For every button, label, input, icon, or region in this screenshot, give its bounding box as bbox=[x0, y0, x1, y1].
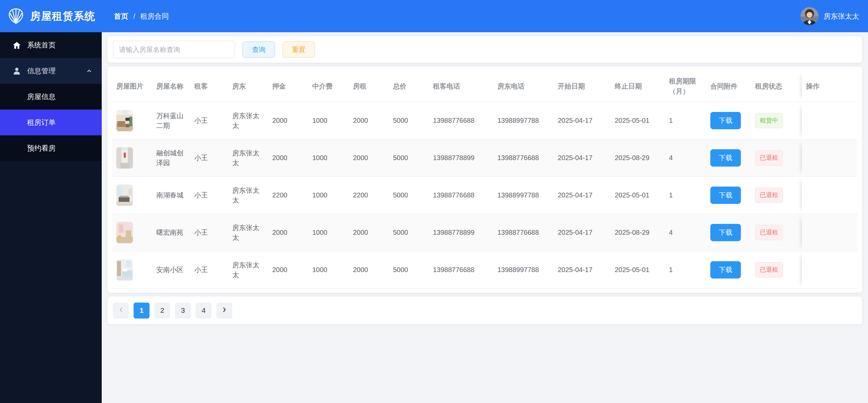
home-icon bbox=[12, 41, 21, 50]
table-row: 万科蓝山二期小王房东张太太200010002000500013988776688… bbox=[112, 102, 857, 139]
user-avatar-photo[interactable] bbox=[801, 7, 818, 25]
sidebar-item-label: 租房订单 bbox=[27, 118, 56, 127]
cell-rent: 2000 bbox=[349, 139, 389, 177]
cell-start-date: 2025-04-17 bbox=[554, 102, 611, 139]
house-photo[interactable] bbox=[116, 110, 133, 131]
cell-landlord-phone: 13988997788 bbox=[493, 102, 554, 139]
query-button[interactable]: 查询 bbox=[242, 41, 275, 58]
status-badge: 已退租 bbox=[755, 225, 783, 240]
orders-table-card: 房屋图片房屋名称租客房东押金中介费房租总价租客电话房东电话开始日期终止日期租房期… bbox=[107, 66, 862, 293]
cell-start-date: 2025-04-17 bbox=[554, 214, 611, 251]
table-row: 安南小区小王房东张太太20001000200050001398877668813… bbox=[112, 251, 857, 289]
cell-landlord-phone: 13988776688 bbox=[493, 139, 554, 177]
cell-term-months: 1 bbox=[665, 102, 706, 139]
pagination-prev-button[interactable] bbox=[113, 303, 129, 319]
breadcrumb-current: 租房合同 bbox=[140, 12, 169, 21]
pagination-page-3[interactable]: 3 bbox=[175, 303, 191, 319]
cell-name: 曙宏南苑 bbox=[152, 214, 190, 251]
cell-rent: 2200 bbox=[349, 177, 389, 214]
download-button[interactable]: 下载 bbox=[710, 261, 741, 279]
sidebar-item-viewing-appointments[interactable]: 预约看房 bbox=[0, 135, 102, 161]
cell-total: 5000 bbox=[389, 251, 429, 289]
download-button[interactable]: 下载 bbox=[710, 224, 741, 241]
status-badge: 已退租 bbox=[755, 262, 783, 277]
cell-agency-fee: 1000 bbox=[308, 251, 349, 289]
sidebar-item-rental-orders[interactable]: 租房订单 bbox=[0, 110, 102, 135]
sidebar: 系统首页信息管理房屋信息租房订单预约看房 bbox=[0, 32, 102, 403]
actions-cell bbox=[802, 177, 857, 214]
shell-logo-icon bbox=[7, 7, 25, 25]
cell-name: 南湖春城 bbox=[152, 177, 190, 214]
cell-deposit: 2000 bbox=[268, 102, 308, 139]
column-header: 房屋图片 bbox=[112, 71, 152, 102]
house-photo[interactable] bbox=[116, 259, 133, 281]
column-header: 租客 bbox=[190, 71, 228, 102]
download-button[interactable]: 下载 bbox=[710, 112, 741, 129]
house-photo[interactable] bbox=[116, 185, 133, 206]
status-badge: 租赁中 bbox=[755, 113, 783, 128]
column-header: 房屋名称 bbox=[152, 71, 190, 102]
status-badge: 已退租 bbox=[755, 150, 783, 165]
app-title: 房屋租赁系统 bbox=[30, 9, 95, 23]
sidebar-item-system-home[interactable]: 系统首页 bbox=[0, 32, 102, 58]
column-header: 租房期限（月） bbox=[665, 71, 706, 102]
pagination-page-2[interactable]: 2 bbox=[154, 303, 170, 319]
cell-name: 融创城创泽园 bbox=[152, 139, 190, 177]
table-row: 融创城创泽园小王房东张太太200010002000500013988778899… bbox=[112, 139, 857, 177]
cell-end-date: 2025-08-29 bbox=[611, 214, 665, 251]
chevron-up-icon bbox=[85, 67, 93, 75]
sidebar-item-info-management[interactable]: 信息管理 bbox=[0, 58, 102, 84]
cell-landlord-phone: 13988997788 bbox=[493, 251, 554, 289]
pagination-next-button[interactable] bbox=[216, 303, 232, 319]
top-header: 房屋租赁系统 首页 / 租房合同 房东张太太 bbox=[0, 0, 868, 32]
cell-landlord: 房东张太太 bbox=[228, 251, 268, 289]
breadcrumb: 首页 / 租房合同 bbox=[114, 12, 169, 21]
column-header: 房东电话 bbox=[493, 71, 554, 102]
main-content: 查询 重置 房屋图片房屋名称租客房东押金中介费房租总价租客电话房东电话开始日期终… bbox=[102, 32, 868, 403]
user-menu[interactable]: 房东张太太 bbox=[801, 7, 868, 25]
cell-landlord: 房东张太太 bbox=[228, 102, 268, 139]
cell-tenant: 小王 bbox=[190, 251, 228, 289]
house-photo[interactable] bbox=[116, 222, 133, 243]
column-header: 房东 bbox=[228, 71, 268, 102]
cell-start-date: 2025-04-17 bbox=[554, 139, 611, 177]
cell-total: 5000 bbox=[389, 214, 429, 251]
cell-end-date: 2025-05-01 bbox=[611, 177, 665, 214]
download-button[interactable]: 下载 bbox=[710, 149, 741, 167]
search-input[interactable] bbox=[113, 41, 235, 58]
chevron-right-icon bbox=[221, 306, 228, 315]
column-header: 操作 bbox=[802, 71, 857, 102]
column-header: 租客电话 bbox=[429, 71, 493, 102]
reset-button[interactable]: 重置 bbox=[282, 41, 315, 58]
cell-deposit: 2000 bbox=[268, 139, 308, 177]
cell-end-date: 2025-05-01 bbox=[611, 102, 665, 139]
cell-start-date: 2025-04-17 bbox=[554, 177, 611, 214]
cell-term-months: 4 bbox=[665, 139, 706, 177]
sidebar-item-label: 系统首页 bbox=[27, 40, 56, 50]
cell-agency-fee: 1000 bbox=[308, 214, 349, 251]
cell-end-date: 2025-05-01 bbox=[611, 251, 665, 289]
breadcrumb-home[interactable]: 首页 bbox=[114, 12, 128, 21]
cell-agency-fee: 1000 bbox=[308, 177, 349, 214]
sidebar-item-house-info[interactable]: 房屋信息 bbox=[0, 84, 102, 110]
sidebar-item-label: 预约看房 bbox=[27, 143, 56, 153]
table-body: 万科蓝山二期小王房东张太太200010002000500013988776688… bbox=[112, 102, 857, 289]
actions-cell bbox=[802, 251, 857, 289]
status-badge: 已退租 bbox=[755, 188, 783, 203]
cell-total: 5000 bbox=[389, 139, 429, 177]
pagination-page-1[interactable]: 1 bbox=[134, 303, 150, 319]
house-photo[interactable] bbox=[116, 147, 133, 169]
cell-landlord-phone: 13988776688 bbox=[493, 214, 554, 251]
download-button[interactable]: 下载 bbox=[710, 187, 741, 204]
logo-area: 房屋租赁系统 bbox=[0, 7, 102, 25]
user-icon bbox=[12, 66, 21, 76]
cell-agency-fee: 1000 bbox=[308, 139, 349, 177]
cell-tenant: 小王 bbox=[190, 102, 228, 139]
cell-tenant: 小王 bbox=[190, 177, 228, 214]
table-row: 曙宏南苑小王房东张太太20001000200050001398877889913… bbox=[112, 214, 857, 251]
cell-landlord: 房东张太太 bbox=[228, 214, 268, 251]
pagination-page-4[interactable]: 4 bbox=[196, 303, 212, 319]
cell-term-months: 4 bbox=[665, 214, 706, 251]
cell-tenant-phone: 13988776688 bbox=[429, 251, 493, 289]
cell-term-months: 1 bbox=[665, 177, 706, 214]
